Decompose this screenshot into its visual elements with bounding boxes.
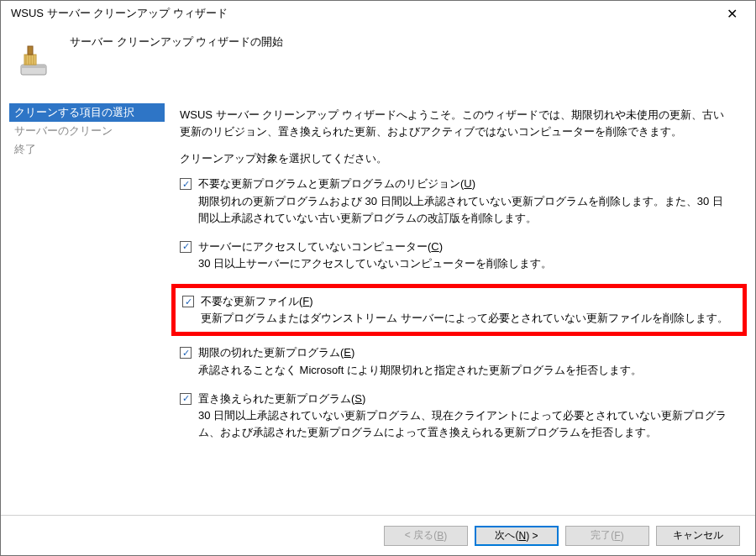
option-row: ✓ サーバーにアクセスしていないコンピューター(C): [180, 239, 730, 255]
sidebar-item-select-items[interactable]: クリーンする項目の選択: [9, 103, 165, 122]
main-content: WSUS サーバー クリーンアップ ウィザードへようこそ。このウィザードでは、期…: [165, 97, 755, 515]
close-icon: ✕: [727, 6, 738, 22]
checkbox-unused-updates[interactable]: ✓: [180, 178, 192, 190]
sidebar-item-label: クリーンする項目の選択: [14, 106, 134, 118]
option-label[interactable]: 不要な更新プログラムと更新プログラムのリビジョン(U): [198, 176, 475, 192]
prompt-text: クリーンアップ対象を選択してください。: [180, 150, 730, 167]
sidebar-item-label: 終了: [14, 143, 36, 155]
sidebar-item-label: サーバーのクリーン: [14, 124, 113, 137]
option-description: 30 日間以上承認されていない更新プログラム、現在クライアントによって必要とされ…: [198, 407, 730, 441]
check-icon: ✓: [182, 349, 190, 358]
window-title: WSUS サーバー クリーンアップ ウィザード: [8, 6, 715, 21]
option-row: ✓ 置き換えられた更新プログラム(S): [180, 391, 730, 407]
option-description: 承認されることなく Microsoft により期限切れと指定された更新プログラム…: [198, 362, 730, 379]
back-button[interactable]: < 戻る(B): [384, 526, 468, 546]
option-unused-updates: ✓ 不要な更新プログラムと更新プログラムのリビジョン(U) 期限切れの更新プログ…: [180, 176, 730, 226]
sidebar-item-clean-server[interactable]: サーバーのクリーン: [9, 122, 165, 140]
checkbox-expired-updates[interactable]: ✓: [180, 347, 192, 359]
option-label[interactable]: 期限の切れた更新プログラム(E): [198, 344, 354, 361]
sidebar: クリーンする項目の選択 サーバーのクリーン 終了: [1, 97, 165, 515]
check-icon: ✓: [185, 297, 192, 307]
check-icon: ✓: [182, 394, 190, 403]
intro-text: WSUS サーバー クリーンアップ ウィザードへようこそ。このウィザードでは、期…: [180, 107, 730, 140]
titlebar: WSUS サーバー クリーンアップ ウィザード ✕: [1, 1, 755, 26]
wizard-window: WSUS サーバー クリーンアップ ウィザード ✕ サーバー クリーンアップ ウ…: [0, 0, 756, 556]
check-icon: ✓: [182, 242, 190, 251]
finish-button[interactable]: 完了(F): [565, 526, 649, 546]
option-unneeded-files: ✓ 不要な更新ファイル(F) 更新プログラムまたはダウンストリーム サーバーによ…: [182, 293, 736, 327]
option-superseded-updates: ✓ 置き換えられた更新プログラム(S) 30 日間以上承認されていない更新プログ…: [180, 391, 730, 441]
cleanup-wizard-icon: [16, 39, 56, 80]
highlight-box: ✓ 不要な更新ファイル(F) 更新プログラムまたはダウンストリーム サーバーによ…: [171, 284, 747, 336]
option-expired-updates: ✓ 期限の切れた更新プログラム(E) 承認されることなく Microsoft に…: [180, 344, 730, 378]
option-description: 30 日以上サーバーにアクセスしていないコンピューターを削除します。: [198, 255, 730, 272]
close-button[interactable]: ✕: [715, 2, 748, 25]
checkbox-unneeded-files[interactable]: ✓: [182, 296, 194, 307]
wizard-body: クリーンする項目の選択 サーバーのクリーン 終了 WSUS サーバー クリーンア…: [1, 97, 755, 515]
option-row: ✓ 期限の切れた更新プログラム(E): [180, 344, 730, 361]
option-row: ✓ 不要な更新ファイル(F): [182, 293, 736, 310]
next-button[interactable]: 次へ(N) >: [475, 526, 559, 546]
cancel-button[interactable]: キャンセル: [656, 526, 740, 546]
option-label[interactable]: 置き換えられた更新プログラム(S): [198, 391, 365, 407]
wizard-header: サーバー クリーンアップ ウィザードの開始: [1, 26, 755, 97]
option-description: 更新プログラムまたはダウンストリーム サーバーによって必要とされていない更新ファ…: [201, 310, 736, 327]
svg-rect-1: [21, 65, 46, 68]
option-description: 期限切れの更新プログラムおよび 30 日間以上承認されていない更新プログラムを削…: [198, 193, 730, 227]
option-row: ✓ 不要な更新プログラムと更新プログラムのリビジョン(U): [180, 176, 730, 192]
wizard-subtitle: サーバー クリーンアップ ウィザードの開始: [70, 34, 283, 50]
checkbox-superseded-updates[interactable]: ✓: [180, 393, 192, 405]
option-inactive-computers: ✓ サーバーにアクセスしていないコンピューター(C) 30 日以上サーバーにアク…: [180, 239, 730, 272]
option-label[interactable]: サーバーにアクセスしていないコンピューター(C): [198, 239, 443, 255]
check-icon: ✓: [182, 180, 190, 189]
wizard-footer: < 戻る(B) 次へ(N) > 完了(F) キャンセル: [1, 515, 755, 555]
option-label[interactable]: 不要な更新ファイル(F): [201, 293, 313, 310]
svg-rect-7: [28, 46, 33, 55]
checkbox-inactive-computers[interactable]: ✓: [180, 241, 192, 253]
sidebar-item-finish[interactable]: 終了: [9, 140, 165, 159]
